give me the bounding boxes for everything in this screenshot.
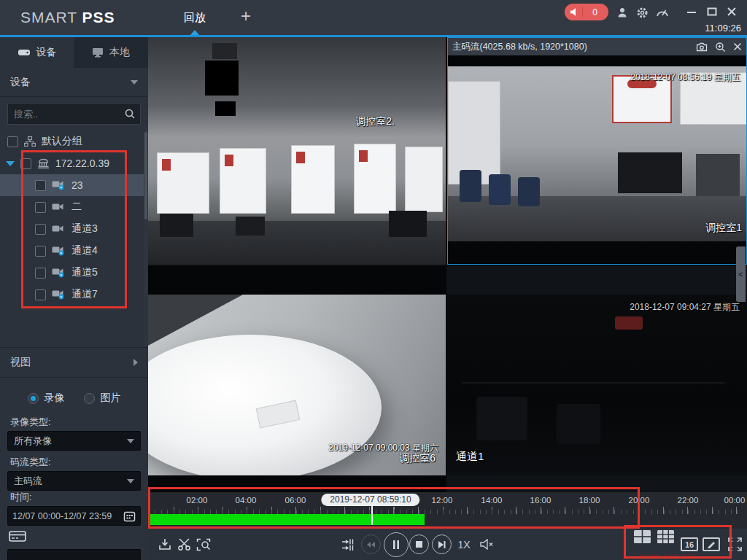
device-group-label: 设备	[10, 76, 31, 89]
search-input[interactable]	[12, 108, 124, 120]
timeline-tick-label: 04:00	[236, 496, 257, 505]
checkbox[interactable]	[35, 224, 46, 235]
record-type-dropdown[interactable]: 所有录像	[7, 431, 141, 451]
video-pane-bottom-right[interactable]: 2018-12-07 09:04:27 星期五 通道1	[447, 266, 747, 492]
checkbox[interactable]	[35, 246, 46, 257]
timeline-tick-label: 00:00	[724, 496, 746, 505]
calendar-icon[interactable]	[123, 510, 136, 522]
expand-collapse-icon[interactable]	[6, 161, 15, 166]
stream-type-dropdown[interactable]: 主码流	[7, 471, 141, 491]
source-type-radios: 录像 图片	[0, 387, 148, 409]
tree-node-device-ip[interactable]: 172.22.0.39	[0, 152, 149, 174]
user-icon[interactable]	[616, 7, 630, 18]
timeline-tick-label: 20:00	[629, 496, 650, 505]
playback-speed[interactable]: 1X	[454, 529, 474, 560]
chevron-down-icon	[127, 439, 134, 443]
tree-node-default-group[interactable]: 默认分组	[0, 131, 150, 152]
playhead[interactable]	[371, 505, 373, 525]
letterbox	[448, 241, 746, 265]
scene-chair	[489, 174, 511, 205]
checkbox[interactable]	[35, 289, 46, 300]
timeline-tick-label: 06:00	[285, 496, 306, 505]
next-frame-button[interactable]	[430, 529, 452, 560]
fullscreen-icon[interactable]	[724, 529, 746, 560]
stream-type-label: 码流类型:	[10, 456, 51, 469]
scene-shape	[476, 397, 527, 440]
camera-playing-icon	[52, 289, 66, 300]
clock: 11:09:26	[705, 23, 741, 34]
scene-unit	[157, 152, 209, 214]
radio-record[interactable]: 录像	[28, 392, 65, 405]
channel-name-osd: 调控室2.	[355, 115, 395, 128]
privacy-mask	[215, 101, 236, 116]
scene-monitor	[236, 217, 265, 236]
video-pane-top-right[interactable]: 主码流(4025.68 kb/s, 1920*1080)	[447, 37, 747, 265]
rewind-button[interactable]	[360, 529, 382, 560]
video-pane-top-left[interactable]: 调控室2.	[148, 37, 446, 265]
snapshot-icon[interactable]	[696, 42, 708, 52]
search-icon[interactable]	[124, 108, 136, 120]
add-tab-button[interactable]: +	[241, 6, 251, 26]
stream-info: 主码流(4025.68 kb/s, 1920*1080)	[452, 41, 587, 53]
panel-collapse-handle[interactable]: <	[736, 246, 746, 302]
video-pane-bottom-left[interactable]: 2019-12-07 09:00:03 星期六 调控室6	[148, 266, 446, 492]
scene-chair	[460, 170, 481, 202]
title-bar: SMART PSS 回放 + 0 11:09:26	[0, 0, 747, 35]
view-label: 视图	[10, 356, 31, 369]
view-section-header[interactable]: 视图	[0, 347, 148, 378]
settings-gear-icon[interactable]	[636, 7, 649, 18]
scene-line	[462, 382, 724, 384]
close-pane-icon[interactable]	[733, 42, 742, 51]
time-sync-icon[interactable]	[339, 529, 358, 560]
scene-chair	[518, 177, 540, 206]
group-sitemap-icon	[24, 136, 36, 147]
timeline-tick-label: 12:00	[432, 496, 453, 505]
video-frame	[148, 37, 446, 265]
speaker-icon	[570, 7, 579, 17]
alarm-badge[interactable]: 0	[565, 4, 608, 20]
tree-label: 通道4	[71, 244, 98, 257]
radio-picture-label: 图片	[101, 392, 121, 405]
tab-playback[interactable]: 回放	[172, 11, 217, 25]
minimize-button[interactable]	[686, 7, 700, 18]
custom-split-button[interactable]	[701, 529, 721, 560]
tree-label: 通道3	[71, 222, 98, 236]
tree-scrollbar-thumb[interactable]	[144, 132, 147, 219]
tab-local[interactable]: 本地	[74, 37, 148, 68]
radio-picture[interactable]: 图片	[84, 392, 121, 405]
tree-label: 默认分组	[42, 135, 82, 148]
radio-dot	[84, 393, 95, 404]
stop-button[interactable]	[408, 529, 430, 560]
clip-scissors-icon[interactable]	[174, 529, 193, 560]
zoom-area-icon[interactable]	[193, 529, 214, 560]
time-label: 时间:	[10, 491, 32, 504]
checkbox[interactable]	[20, 158, 31, 169]
checkbox[interactable]	[35, 202, 46, 213]
app-logo: SMART PSS	[20, 9, 115, 26]
pause-button[interactable]	[382, 529, 410, 560]
time-range-field[interactable]: 12/07 00:00-12/07 23:59	[7, 506, 141, 526]
sidebar: 设备 本地 设备 默认分组	[0, 37, 148, 560]
tree-label: 通道7	[71, 288, 98, 301]
scene-monitor	[389, 211, 427, 237]
download-icon[interactable]	[155, 529, 174, 560]
split-4-button[interactable]	[632, 529, 651, 545]
record-type-value: 所有录像	[14, 435, 52, 448]
checkbox[interactable]	[35, 180, 46, 191]
bottom-blank-input[interactable]	[7, 549, 141, 560]
tab-device[interactable]: 设备	[0, 37, 74, 68]
card-icon[interactable]	[9, 530, 26, 543]
dashboard-gauge-icon[interactable]	[656, 7, 669, 18]
checkbox[interactable]	[35, 268, 46, 279]
timestamp-osd: 2018-12-07 08:56:19 星期五	[630, 71, 740, 84]
checkbox[interactable]	[7, 136, 18, 147]
digital-zoom-icon[interactable]	[715, 42, 726, 52]
playback-timeline[interactable]: 02:00 04:00 06:00 12:00 14:00 16:00 18:0…	[148, 492, 747, 529]
split-9-button[interactable]	[656, 529, 675, 545]
close-button[interactable]	[727, 7, 740, 18]
maximize-button[interactable]	[707, 7, 720, 18]
device-group-select[interactable]: 设备	[0, 68, 148, 97]
record-type-label: 录像类型:	[10, 416, 51, 429]
timeline-tick-label: 18:00	[579, 496, 600, 505]
mute-speaker-icon[interactable]	[476, 529, 497, 560]
